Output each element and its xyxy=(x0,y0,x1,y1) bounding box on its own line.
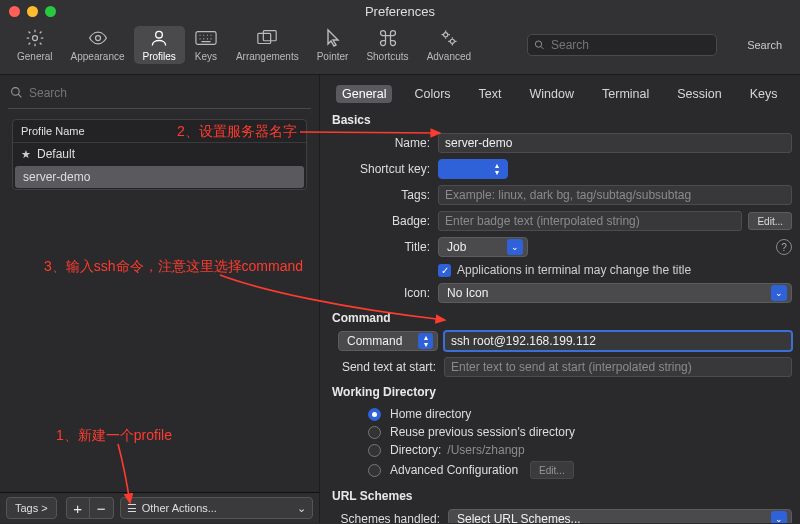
schemes-select[interactable]: Select URL Schemes... ⌄ xyxy=(448,509,792,523)
radio-reuse[interactable] xyxy=(368,426,381,439)
toolbar-appearance[interactable]: Appearance xyxy=(62,26,134,64)
detail-tabs: General Colors Text Window Terminal Sess… xyxy=(328,81,792,111)
label-send-text: Send text at start: xyxy=(328,360,444,374)
tab-keys[interactable]: Keys xyxy=(744,85,784,103)
label-shortcut: Shortcut key: xyxy=(328,162,438,176)
section-wd: Working Directory xyxy=(328,383,792,405)
radio-home[interactable] xyxy=(368,408,381,421)
title-select[interactable]: Job ⌄ xyxy=(438,237,528,257)
tab-session[interactable]: Session xyxy=(671,85,727,103)
person-icon xyxy=(147,28,171,48)
command-input[interactable] xyxy=(444,331,792,351)
profiles-list: Profile Name ★ Default server-demo xyxy=(12,119,307,190)
command-type-select[interactable]: Command ▴▾ xyxy=(338,331,438,351)
svg-rect-5 xyxy=(264,31,277,41)
profile-detail-panel: General Colors Text Window Terminal Sess… xyxy=(320,75,800,523)
radio-directory[interactable] xyxy=(368,444,381,457)
title-change-checkbox[interactable] xyxy=(438,264,451,277)
label-name: Name: xyxy=(328,136,438,150)
section-basics: Basics xyxy=(328,111,792,133)
label-badge: Badge: xyxy=(328,214,438,228)
tab-colors[interactable]: Colors xyxy=(408,85,456,103)
shortcut-select[interactable]: ▴▾ xyxy=(438,159,508,179)
profile-row-server-demo[interactable]: server-demo xyxy=(15,166,304,188)
wd-reuse-row[interactable]: Reuse previous session's directory xyxy=(328,423,792,441)
toolbar-shortcuts[interactable]: Shortcuts xyxy=(357,26,417,64)
toolbar-profiles[interactable]: Profiles xyxy=(134,26,185,64)
toolbar-advanced[interactable]: Advanced xyxy=(418,26,480,64)
command-icon xyxy=(376,28,400,48)
profile-row-default[interactable]: ★ Default xyxy=(13,143,306,165)
tags-button[interactable]: Tags > xyxy=(6,497,57,519)
window-title: Preferences xyxy=(0,4,800,19)
keyboard-icon xyxy=(194,28,218,48)
wd-edit-button[interactable]: Edit... xyxy=(530,461,574,479)
chevron-down-icon: ⌄ xyxy=(297,502,306,515)
badge-edit-button[interactable]: Edit... xyxy=(748,212,792,230)
titlebar: Preferences xyxy=(0,0,800,22)
add-profile-button[interactable]: + xyxy=(66,497,90,519)
svg-point-9 xyxy=(12,88,20,96)
svg-point-2 xyxy=(156,31,163,38)
send-text-input[interactable] xyxy=(444,357,792,377)
stepper-arrows-icon: ▴▾ xyxy=(418,333,433,349)
toolbar-keys[interactable]: Keys xyxy=(185,26,227,64)
toolbar: General Appearance Profiles Keys Arrange… xyxy=(0,22,800,75)
icon-select[interactable]: No Icon ⌄ xyxy=(438,283,792,303)
star-icon: ★ xyxy=(21,148,31,161)
gears-icon xyxy=(437,28,461,48)
chevron-down-icon: ⌄ xyxy=(771,285,787,301)
wd-path: /Users/zhangp xyxy=(447,443,524,457)
svg-point-6 xyxy=(443,33,447,37)
toolbar-pointer[interactable]: Pointer xyxy=(308,26,358,64)
remove-profile-button[interactable]: − xyxy=(90,497,114,519)
stepper-arrows-icon: ▴▾ xyxy=(490,161,504,177)
toolbar-general[interactable]: General xyxy=(8,26,62,64)
search-icon xyxy=(534,39,545,51)
wd-home-row[interactable]: Home directory xyxy=(328,405,792,423)
menu-icon: ☰ xyxy=(127,502,137,515)
svg-point-8 xyxy=(535,41,541,47)
tab-terminal[interactable]: Terminal xyxy=(596,85,655,103)
toolbar-search-label: Search xyxy=(747,39,782,51)
wd-advanced-row[interactable]: Advanced ConfigurationEdit... xyxy=(328,459,792,481)
chevron-down-icon: ⌄ xyxy=(507,239,523,255)
label-tags: Tags: xyxy=(328,188,438,202)
title-change-label: Applications in terminal may change the … xyxy=(457,263,691,277)
tab-general[interactable]: General xyxy=(336,85,392,103)
profile-search-input[interactable] xyxy=(29,86,309,100)
section-command: Command xyxy=(328,309,792,331)
help-button[interactable]: ? xyxy=(776,239,792,255)
toolbar-search-input[interactable] xyxy=(551,38,710,52)
profiles-bottom-bar: Tags > + − ☰ Other Actions... ⌄ xyxy=(0,492,319,523)
tab-text[interactable]: Text xyxy=(473,85,508,103)
svg-point-1 xyxy=(95,36,100,41)
chevron-down-icon: ⌄ xyxy=(771,511,787,523)
svg-rect-3 xyxy=(196,32,216,45)
tags-input[interactable] xyxy=(438,185,792,205)
label-title: Title: xyxy=(328,240,438,254)
gear-icon xyxy=(23,28,47,48)
badge-input[interactable] xyxy=(438,211,742,231)
tab-window[interactable]: Window xyxy=(524,85,580,103)
name-input[interactable] xyxy=(438,133,792,153)
toolbar-arrangements[interactable]: Arrangements xyxy=(227,26,308,64)
wd-directory-row[interactable]: Directory:/Users/zhangp xyxy=(328,441,792,459)
profiles-sidebar: Profile Name ★ Default server-demo Tags … xyxy=(0,75,320,523)
svg-point-7 xyxy=(450,39,454,43)
toolbar-search[interactable] xyxy=(527,34,717,56)
cursor-icon xyxy=(321,28,345,48)
section-url: URL Schemes xyxy=(328,487,792,509)
profiles-header: Profile Name xyxy=(13,120,306,143)
radio-advanced[interactable] xyxy=(368,464,381,477)
other-actions-menu[interactable]: ☰ Other Actions... ⌄ xyxy=(120,497,313,519)
svg-rect-4 xyxy=(258,33,271,43)
label-icon: Icon: xyxy=(328,286,438,300)
svg-point-0 xyxy=(32,36,37,41)
search-icon xyxy=(10,86,23,99)
profile-search[interactable] xyxy=(8,81,311,109)
windows-icon xyxy=(255,28,279,48)
eye-icon xyxy=(86,28,110,48)
label-schemes: Schemes handled: xyxy=(328,512,448,523)
